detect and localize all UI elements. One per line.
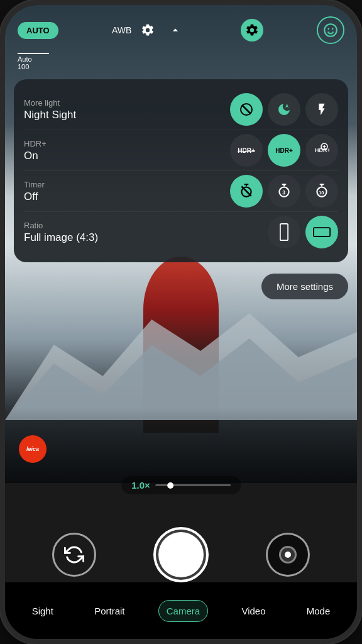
- no-circle-icon: [239, 102, 254, 117]
- nav-label-mode: Mode: [307, 606, 331, 616]
- hdr-off-label: HDR+: [238, 147, 255, 154]
- settings-teal-button[interactable]: [241, 19, 263, 42]
- night-sight-value: Night Sight: [24, 109, 230, 121]
- face-detect-button[interactable]: [317, 16, 344, 44]
- chevron-up-icon: [169, 24, 182, 36]
- svg-text:10: 10: [319, 190, 324, 196]
- timer-off-btn[interactable]: [230, 175, 263, 208]
- nav-label-sight: Sight: [32, 606, 53, 616]
- svg-rect-25: [314, 228, 330, 236]
- hdr-info: HDR+ On: [24, 139, 230, 162]
- gear-icon: [141, 23, 155, 37]
- moon-auto-icon: A: [277, 102, 292, 117]
- exposure-line: [18, 53, 49, 54]
- timer-3s-btn[interactable]: 3: [268, 175, 300, 208]
- mountain-backdrop: [5, 294, 357, 420]
- auto-button[interactable]: AUTO: [18, 22, 58, 39]
- ratio-options: [268, 216, 338, 248]
- settings-teal-icon: [245, 23, 259, 37]
- exposure-value: 100: [18, 63, 29, 70]
- switch-to-video-button[interactable]: [266, 533, 310, 577]
- hdr-value: On: [24, 150, 230, 162]
- hdr-plus-icon: HDR+: [314, 143, 329, 158]
- hdr-on-label: HDR+: [275, 147, 293, 154]
- timer-off-icon: [238, 183, 255, 199]
- nav-label-camera: Camera: [167, 606, 200, 616]
- leica-logo: leica: [19, 435, 47, 463]
- ratio-info: Ratio Full image (4:3): [24, 221, 268, 244]
- timer-row: Timer Off 3: [24, 171, 338, 212]
- leica-text: leica: [26, 446, 39, 452]
- ratio-label: Ratio: [24, 221, 268, 230]
- bottom-navigation: Sight Portrait Camera Video Mode: [5, 582, 357, 639]
- hdr-label: HDR+: [24, 139, 230, 148]
- nav-item-camera[interactable]: Camera: [158, 600, 208, 622]
- shutter-controls: [5, 527, 357, 582]
- svg-point-2: [324, 24, 337, 36]
- ratio-row: Ratio Full image (4:3): [24, 212, 338, 252]
- zoom-track[interactable]: [155, 484, 231, 486]
- exposure-indicator: Auto 100: [5, 50, 357, 73]
- awb-label: AWB: [112, 25, 131, 35]
- night-sight-off-btn[interactable]: [230, 93, 263, 126]
- timer-options: 3 10: [230, 175, 338, 208]
- hdr-enhanced-btn[interactable]: HDR+: [305, 134, 338, 167]
- hdr-off-btn[interactable]: HDR+: [230, 134, 263, 167]
- night-sight-info: More light Night Sight: [24, 98, 230, 121]
- ratio-tall-icon: [277, 223, 292, 241]
- hdr-on-btn[interactable]: HDR+: [268, 134, 300, 167]
- top-toolbar: AUTO AWB: [5, 5, 357, 50]
- svg-point-4: [332, 28, 334, 30]
- svg-line-6: [242, 105, 251, 114]
- timer-10-icon: 10: [314, 183, 330, 199]
- svg-text:3: 3: [282, 189, 285, 196]
- svg-rect-24: [280, 224, 288, 240]
- flash-icon: [315, 103, 329, 116]
- timer-10s-btn[interactable]: 10: [305, 175, 338, 208]
- svg-point-3: [327, 28, 329, 30]
- ratio-wide-btn[interactable]: [305, 216, 338, 248]
- hdr-row: HDR+ On HDR+ HDR+ HDR+: [24, 130, 338, 171]
- night-sight-auto-btn[interactable]: A: [268, 93, 300, 126]
- zoom-control[interactable]: 1.0×: [121, 476, 241, 494]
- nav-item-portrait[interactable]: Portrait: [87, 601, 132, 621]
- video-dot: [279, 546, 297, 564]
- flip-camera-button[interactable]: [52, 533, 96, 577]
- exposure-label: Auto: [18, 55, 32, 63]
- timer-3-icon: 3: [276, 183, 292, 199]
- shutter-button[interactable]: [153, 527, 209, 582]
- timer-info: Timer Off: [24, 180, 230, 203]
- nav-item-mode[interactable]: Mode: [299, 601, 338, 621]
- night-sight-label: More light: [24, 98, 230, 108]
- zoom-thumb: [167, 482, 173, 489]
- hdr-options: HDR+ HDR+ HDR+: [230, 134, 338, 167]
- ratio-tall-btn[interactable]: [268, 216, 300, 248]
- top-center-controls: AWB: [112, 19, 187, 42]
- nav-label-portrait: Portrait: [94, 606, 124, 616]
- night-sight-options: A: [230, 93, 338, 126]
- face-detect-icon: [322, 22, 339, 38]
- nav-item-video[interactable]: Video: [234, 601, 273, 621]
- rotate-icon: [64, 545, 84, 565]
- settings-gear-button[interactable]: [136, 19, 159, 42]
- ratio-wide-icon: [313, 225, 331, 240]
- video-dot-inner: [285, 552, 291, 558]
- timer-value: Off: [24, 191, 230, 203]
- zoom-value: 1.0×: [131, 480, 150, 491]
- nav-label-video: Video: [241, 606, 265, 616]
- ratio-value: Full image (4:3): [24, 231, 268, 244]
- more-settings-wrapper: More settings: [5, 269, 357, 304]
- flash-btn[interactable]: [305, 93, 338, 126]
- chevron-up-button[interactable]: [164, 19, 187, 42]
- svg-text:A: A: [285, 104, 288, 108]
- phone-shell: AUTO AWB: [0, 0, 362, 644]
- night-sight-row: More light Night Sight A: [24, 89, 338, 130]
- nav-item-sight[interactable]: Sight: [25, 601, 61, 621]
- camera-settings-panel: More light Night Sight A: [14, 79, 348, 262]
- timer-label: Timer: [24, 180, 230, 189]
- shutter-inner: [158, 532, 204, 577]
- more-settings-button[interactable]: More settings: [261, 274, 348, 299]
